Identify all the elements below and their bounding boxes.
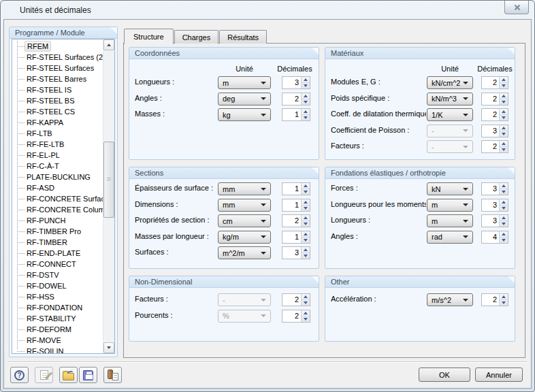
- row-label: Longueurs :: [135, 78, 216, 86]
- spin-down-button[interactable]: [500, 131, 508, 137]
- unit-row: Accélération : m/s^2 2: [325, 292, 515, 308]
- unit-combobox[interactable]: mm: [218, 199, 271, 212]
- arrow-up-icon: [304, 248, 308, 251]
- unit-combobox[interactable]: -: [427, 140, 473, 153]
- spinner-value: 3: [482, 215, 499, 227]
- spin-up-button[interactable]: [500, 109, 508, 115]
- group-body: Modules E, G : kN/cm^2 2 Poids spécifiqu…: [325, 75, 515, 155]
- decimals-spinner[interactable]: 2: [282, 293, 310, 306]
- spin-down-button[interactable]: [500, 189, 508, 195]
- unit-column-header: Unité: [218, 65, 271, 73]
- unit-combobox[interactable]: m: [427, 214, 473, 227]
- decimals-spinner[interactable]: 3: [481, 199, 508, 212]
- spin-down-button[interactable]: [302, 316, 310, 322]
- spin-down-button[interactable]: [302, 189, 310, 195]
- row-label: Angles :: [135, 94, 216, 102]
- spinner-value: 1: [282, 109, 301, 120]
- spin-down-button[interactable]: [500, 206, 508, 211]
- spin-up-button[interactable]: [302, 215, 310, 221]
- spin-down-button[interactable]: [500, 99, 508, 105]
- titlebar[interactable]: Unités et décimales: [1, 1, 534, 19]
- tab-r-sultats[interactable]: Résultats: [219, 30, 267, 44]
- unit-combobox[interactable]: kN/m^3: [427, 93, 473, 105]
- unit-combobox[interactable]: 1/K: [427, 108, 473, 121]
- spin-up-button[interactable]: [302, 183, 310, 189]
- spinner-value: 2: [482, 109, 499, 120]
- group-title: Sections: [135, 169, 163, 177]
- spin-down-button[interactable]: [302, 238, 310, 243]
- spin-down-button[interactable]: [500, 238, 508, 243]
- spin-up-button[interactable]: [302, 199, 310, 206]
- unit-combobox[interactable]: -: [427, 125, 473, 137]
- unit-combobox[interactable]: kN/cm^2: [427, 76, 473, 89]
- tab-structure[interactable]: Structure: [124, 29, 174, 44]
- spin-up-button[interactable]: [500, 183, 508, 189]
- decimals-spinner[interactable]: 1: [282, 182, 310, 195]
- spin-up-button[interactable]: [500, 77, 508, 83]
- decimals-spinner[interactable]: 1: [282, 231, 310, 244]
- spin-up-button[interactable]: [302, 109, 310, 115]
- spin-up-button[interactable]: [302, 231, 310, 238]
- spin-down-button[interactable]: [302, 206, 310, 211]
- combobox-value: kg/m: [223, 233, 258, 241]
- decimals-spinner[interactable]: 2: [481, 140, 508, 153]
- unit-combobox[interactable]: kN: [427, 182, 473, 195]
- decimals-spinner[interactable]: 3: [481, 182, 508, 195]
- spin-down-button[interactable]: [500, 147, 508, 152]
- spin-up-button[interactable]: [500, 294, 508, 300]
- spin-up-button[interactable]: [302, 294, 310, 300]
- decimals-spinner[interactable]: 2: [481, 93, 508, 105]
- spin-up-button[interactable]: [500, 231, 508, 238]
- unit-combobox[interactable]: m: [218, 76, 271, 89]
- spin-up-button[interactable]: [500, 199, 508, 206]
- unit-combobox[interactable]: kg/m: [218, 231, 271, 244]
- decimals-spinner[interactable]: 2: [481, 76, 508, 89]
- tab-charges[interactable]: Charges: [174, 30, 219, 44]
- unit-combobox[interactable]: mm: [218, 182, 271, 195]
- spin-up-button[interactable]: [302, 93, 310, 99]
- spin-down-button[interactable]: [302, 115, 310, 120]
- decimals-spinner[interactable]: 2: [282, 93, 310, 105]
- spin-down-button[interactable]: [500, 300, 508, 306]
- decimals-spinner[interactable]: 3: [282, 246, 310, 259]
- decimals-spinner[interactable]: 3: [282, 76, 310, 89]
- decimals-spinner[interactable]: 3: [481, 214, 508, 227]
- row-label: Masses par longueur :: [135, 232, 216, 240]
- unit-combobox[interactable]: kg: [218, 108, 271, 121]
- decimals-spinner[interactable]: 2: [481, 293, 508, 306]
- spinner-value: 3: [482, 125, 499, 137]
- unit-combobox[interactable]: -: [218, 293, 271, 306]
- spin-down-button[interactable]: [302, 253, 310, 259]
- decimals-spinner[interactable]: 2: [282, 214, 310, 227]
- decimals-spinner[interactable]: 2: [282, 310, 310, 323]
- spin-up-button[interactable]: [500, 141, 508, 147]
- unit-combobox[interactable]: deg: [218, 93, 271, 105]
- spin-up-button[interactable]: [302, 310, 310, 316]
- spinner-buttons: [301, 247, 310, 259]
- decimals-spinner[interactable]: 3: [481, 125, 508, 137]
- decimals-spinner[interactable]: 1: [282, 199, 310, 212]
- spin-up-button[interactable]: [500, 125, 508, 131]
- spin-up-button[interactable]: [302, 247, 310, 253]
- spin-up-button[interactable]: [302, 77, 310, 83]
- spin-down-button[interactable]: [500, 83, 508, 88]
- unit-combobox[interactable]: m: [427, 199, 473, 212]
- decimals-spinner[interactable]: 2: [481, 108, 508, 121]
- spin-down-button[interactable]: [302, 83, 310, 88]
- unit-combobox[interactable]: cm: [218, 214, 271, 227]
- spin-down-button[interactable]: [500, 115, 508, 120]
- unit-combobox[interactable]: m/s^2: [427, 293, 473, 306]
- spin-down-button[interactable]: [302, 99, 310, 105]
- decimals-spinner[interactable]: 1: [282, 108, 310, 121]
- decimals-spinner[interactable]: 4: [481, 231, 508, 244]
- spin-down-button[interactable]: [500, 221, 508, 227]
- spin-down-button[interactable]: [302, 300, 310, 306]
- spin-down-button[interactable]: [302, 221, 310, 227]
- unit-combobox[interactable]: rad: [427, 231, 473, 244]
- spin-up-button[interactable]: [500, 93, 508, 99]
- close-button[interactable]: [504, 1, 529, 14]
- unit-combobox[interactable]: m^2/m: [218, 246, 271, 259]
- unit-combobox[interactable]: %: [218, 310, 271, 323]
- unit-row: Coefficient de Poisson : - 3: [325, 123, 515, 140]
- spin-up-button[interactable]: [500, 215, 508, 221]
